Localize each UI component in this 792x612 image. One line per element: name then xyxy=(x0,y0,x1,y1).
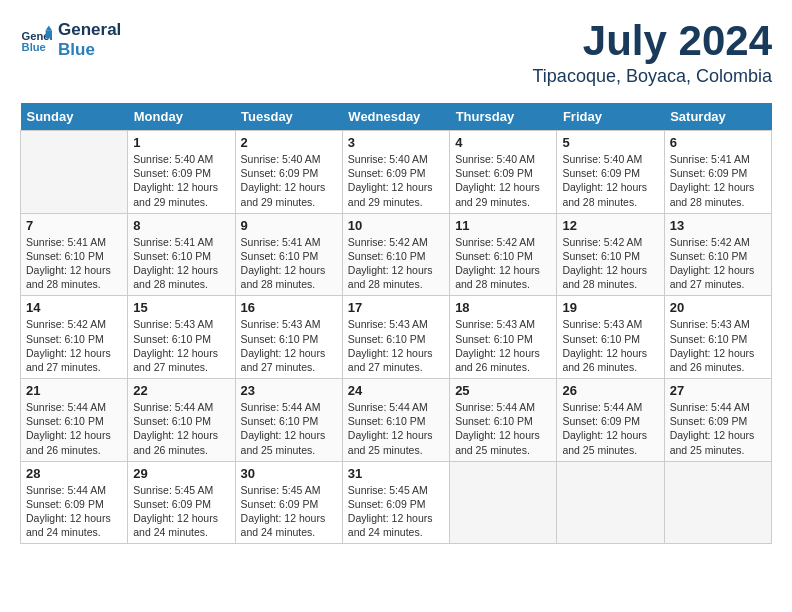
header: General Blue General Blue July 2024 Tipa… xyxy=(20,20,772,87)
calendar-cell: 18Sunrise: 5:43 AM Sunset: 6:10 PM Dayli… xyxy=(450,296,557,379)
calendar-cell: 3Sunrise: 5:40 AM Sunset: 6:09 PM Daylig… xyxy=(342,131,449,214)
calendar-cell: 20Sunrise: 5:43 AM Sunset: 6:10 PM Dayli… xyxy=(664,296,771,379)
day-info: Sunrise: 5:44 AM Sunset: 6:10 PM Dayligh… xyxy=(348,400,444,457)
day-number: 29 xyxy=(133,466,229,481)
day-number: 21 xyxy=(26,383,122,398)
col-header-tuesday: Tuesday xyxy=(235,103,342,131)
col-header-thursday: Thursday xyxy=(450,103,557,131)
calendar-cell: 7Sunrise: 5:41 AM Sunset: 6:10 PM Daylig… xyxy=(21,213,128,296)
calendar-cell: 4Sunrise: 5:40 AM Sunset: 6:09 PM Daylig… xyxy=(450,131,557,214)
calendar-cell: 19Sunrise: 5:43 AM Sunset: 6:10 PM Dayli… xyxy=(557,296,664,379)
calendar-cell: 14Sunrise: 5:42 AM Sunset: 6:10 PM Dayli… xyxy=(21,296,128,379)
calendar-cell: 23Sunrise: 5:44 AM Sunset: 6:10 PM Dayli… xyxy=(235,379,342,462)
day-number: 7 xyxy=(26,218,122,233)
header-row: SundayMondayTuesdayWednesdayThursdayFrid… xyxy=(21,103,772,131)
day-info: Sunrise: 5:41 AM Sunset: 6:10 PM Dayligh… xyxy=(241,235,337,292)
day-number: 4 xyxy=(455,135,551,150)
calendar-cell: 22Sunrise: 5:44 AM Sunset: 6:10 PM Dayli… xyxy=(128,379,235,462)
day-info: Sunrise: 5:40 AM Sunset: 6:09 PM Dayligh… xyxy=(562,152,658,209)
calendar-cell: 11Sunrise: 5:42 AM Sunset: 6:10 PM Dayli… xyxy=(450,213,557,296)
day-number: 10 xyxy=(348,218,444,233)
day-info: Sunrise: 5:43 AM Sunset: 6:10 PM Dayligh… xyxy=(455,317,551,374)
day-info: Sunrise: 5:45 AM Sunset: 6:09 PM Dayligh… xyxy=(133,483,229,540)
calendar-cell xyxy=(450,461,557,544)
day-info: Sunrise: 5:41 AM Sunset: 6:09 PM Dayligh… xyxy=(670,152,766,209)
day-info: Sunrise: 5:44 AM Sunset: 6:09 PM Dayligh… xyxy=(26,483,122,540)
day-number: 20 xyxy=(670,300,766,315)
col-header-wednesday: Wednesday xyxy=(342,103,449,131)
title-area: July 2024 Tipacoque, Boyaca, Colombia xyxy=(533,20,772,87)
calendar-cell: 29Sunrise: 5:45 AM Sunset: 6:09 PM Dayli… xyxy=(128,461,235,544)
day-info: Sunrise: 5:40 AM Sunset: 6:09 PM Dayligh… xyxy=(455,152,551,209)
day-info: Sunrise: 5:44 AM Sunset: 6:09 PM Dayligh… xyxy=(562,400,658,457)
calendar-cell: 31Sunrise: 5:45 AM Sunset: 6:09 PM Dayli… xyxy=(342,461,449,544)
day-number: 5 xyxy=(562,135,658,150)
day-number: 13 xyxy=(670,218,766,233)
day-number: 12 xyxy=(562,218,658,233)
day-info: Sunrise: 5:40 AM Sunset: 6:09 PM Dayligh… xyxy=(348,152,444,209)
svg-marker-2 xyxy=(46,25,52,30)
day-number: 24 xyxy=(348,383,444,398)
month-title: July 2024 xyxy=(533,20,772,62)
calendar-cell xyxy=(21,131,128,214)
calendar-cell: 2Sunrise: 5:40 AM Sunset: 6:09 PM Daylig… xyxy=(235,131,342,214)
day-number: 22 xyxy=(133,383,229,398)
calendar-cell: 9Sunrise: 5:41 AM Sunset: 6:10 PM Daylig… xyxy=(235,213,342,296)
calendar-cell: 13Sunrise: 5:42 AM Sunset: 6:10 PM Dayli… xyxy=(664,213,771,296)
day-number: 3 xyxy=(348,135,444,150)
day-info: Sunrise: 5:43 AM Sunset: 6:10 PM Dayligh… xyxy=(670,317,766,374)
day-number: 19 xyxy=(562,300,658,315)
day-info: Sunrise: 5:42 AM Sunset: 6:10 PM Dayligh… xyxy=(455,235,551,292)
week-row-2: 7Sunrise: 5:41 AM Sunset: 6:10 PM Daylig… xyxy=(21,213,772,296)
day-info: Sunrise: 5:40 AM Sunset: 6:09 PM Dayligh… xyxy=(133,152,229,209)
day-number: 31 xyxy=(348,466,444,481)
calendar-cell: 17Sunrise: 5:43 AM Sunset: 6:10 PM Dayli… xyxy=(342,296,449,379)
day-number: 11 xyxy=(455,218,551,233)
day-info: Sunrise: 5:44 AM Sunset: 6:09 PM Dayligh… xyxy=(670,400,766,457)
day-info: Sunrise: 5:45 AM Sunset: 6:09 PM Dayligh… xyxy=(241,483,337,540)
day-info: Sunrise: 5:40 AM Sunset: 6:09 PM Dayligh… xyxy=(241,152,337,209)
calendar-cell: 24Sunrise: 5:44 AM Sunset: 6:10 PM Dayli… xyxy=(342,379,449,462)
day-info: Sunrise: 5:45 AM Sunset: 6:09 PM Dayligh… xyxy=(348,483,444,540)
week-row-4: 21Sunrise: 5:44 AM Sunset: 6:10 PM Dayli… xyxy=(21,379,772,462)
day-number: 9 xyxy=(241,218,337,233)
location-title: Tipacoque, Boyaca, Colombia xyxy=(533,66,772,87)
day-info: Sunrise: 5:43 AM Sunset: 6:10 PM Dayligh… xyxy=(133,317,229,374)
day-info: Sunrise: 5:44 AM Sunset: 6:10 PM Dayligh… xyxy=(133,400,229,457)
svg-marker-3 xyxy=(46,30,52,38)
day-number: 15 xyxy=(133,300,229,315)
week-row-5: 28Sunrise: 5:44 AM Sunset: 6:09 PM Dayli… xyxy=(21,461,772,544)
day-info: Sunrise: 5:44 AM Sunset: 6:10 PM Dayligh… xyxy=(455,400,551,457)
day-number: 2 xyxy=(241,135,337,150)
day-info: Sunrise: 5:43 AM Sunset: 6:10 PM Dayligh… xyxy=(241,317,337,374)
day-number: 26 xyxy=(562,383,658,398)
calendar-cell: 30Sunrise: 5:45 AM Sunset: 6:09 PM Dayli… xyxy=(235,461,342,544)
day-number: 30 xyxy=(241,466,337,481)
day-info: Sunrise: 5:41 AM Sunset: 6:10 PM Dayligh… xyxy=(26,235,122,292)
day-number: 28 xyxy=(26,466,122,481)
calendar-cell: 15Sunrise: 5:43 AM Sunset: 6:10 PM Dayli… xyxy=(128,296,235,379)
day-number: 6 xyxy=(670,135,766,150)
day-info: Sunrise: 5:42 AM Sunset: 6:10 PM Dayligh… xyxy=(562,235,658,292)
col-header-monday: Monday xyxy=(128,103,235,131)
calendar-cell: 28Sunrise: 5:44 AM Sunset: 6:09 PM Dayli… xyxy=(21,461,128,544)
calendar-table: SundayMondayTuesdayWednesdayThursdayFrid… xyxy=(20,103,772,544)
calendar-cell xyxy=(557,461,664,544)
calendar-cell: 25Sunrise: 5:44 AM Sunset: 6:10 PM Dayli… xyxy=(450,379,557,462)
day-number: 27 xyxy=(670,383,766,398)
day-number: 14 xyxy=(26,300,122,315)
day-info: Sunrise: 5:43 AM Sunset: 6:10 PM Dayligh… xyxy=(348,317,444,374)
week-row-3: 14Sunrise: 5:42 AM Sunset: 6:10 PM Dayli… xyxy=(21,296,772,379)
day-info: Sunrise: 5:42 AM Sunset: 6:10 PM Dayligh… xyxy=(348,235,444,292)
week-row-1: 1Sunrise: 5:40 AM Sunset: 6:09 PM Daylig… xyxy=(21,131,772,214)
logo: General Blue General Blue xyxy=(20,20,121,59)
col-header-saturday: Saturday xyxy=(664,103,771,131)
logo-icon: General Blue xyxy=(20,24,52,56)
day-info: Sunrise: 5:44 AM Sunset: 6:10 PM Dayligh… xyxy=(26,400,122,457)
day-info: Sunrise: 5:42 AM Sunset: 6:10 PM Dayligh… xyxy=(26,317,122,374)
calendar-cell: 26Sunrise: 5:44 AM Sunset: 6:09 PM Dayli… xyxy=(557,379,664,462)
calendar-cell: 27Sunrise: 5:44 AM Sunset: 6:09 PM Dayli… xyxy=(664,379,771,462)
logo-general: General xyxy=(58,20,121,40)
logo-blue: Blue xyxy=(58,40,121,60)
svg-text:Blue: Blue xyxy=(22,41,46,53)
